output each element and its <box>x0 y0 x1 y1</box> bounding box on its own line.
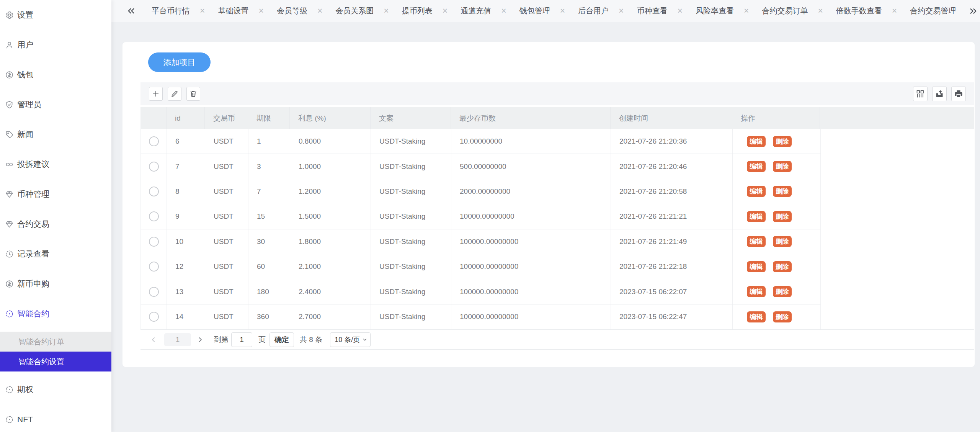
delete-button[interactable]: 删除 <box>773 211 792 222</box>
sidebar-item-users[interactable]: 用户 <box>0 30 111 60</box>
sidebar-item-news[interactable]: 新闻 <box>0 119 111 149</box>
delete-button[interactable]: 删除 <box>773 136 792 147</box>
plus-button[interactable] <box>149 87 163 101</box>
delete-button[interactable]: 删除 <box>773 261 792 272</box>
sidebar-item-options[interactable]: 期权 <box>0 375 111 404</box>
tab-member-relations[interactable]: 会员关系图× <box>335 6 389 16</box>
row-radio[interactable] <box>149 312 159 322</box>
edit-button[interactable]: 编辑 <box>747 136 766 147</box>
tab-label[interactable]: 通道充值 <box>461 6 491 16</box>
cell-period: 60 <box>248 254 290 279</box>
tab-label[interactable]: 会员等级 <box>277 6 307 16</box>
tab-coin-view[interactable]: 币种查看× <box>637 6 683 16</box>
tab-close-icon[interactable]: × <box>317 7 322 15</box>
sidebar-item-feedback[interactable]: 投拆建议 <box>0 149 111 179</box>
edit-button[interactable]: 编辑 <box>747 186 766 197</box>
tab-label[interactable]: 平台币行情 <box>152 6 190 16</box>
row-radio[interactable] <box>149 162 159 172</box>
table-row: 6USDT10.8000USDT-Staking10.000000002021-… <box>140 129 821 154</box>
tab-contract-orders[interactable]: 合约交易订单× <box>762 6 823 16</box>
expand-tabs-right-icon[interactable] <box>964 2 978 20</box>
goto-page-input[interactable] <box>231 332 252 347</box>
tab-label[interactable]: 钱包管理 <box>519 6 550 16</box>
tab-label[interactable]: 合约交易订单 <box>762 6 808 16</box>
sidebar-item-smart-contract-settings[interactable]: 智能合约设置 <box>0 352 111 371</box>
tab-label[interactable]: 基础设置 <box>218 6 248 16</box>
tab-contract-manage[interactable]: 合约交易管理 <box>910 6 956 16</box>
edit-button[interactable]: 编辑 <box>747 261 766 272</box>
tab-multiplier-lots-view[interactable]: 倍数手数查看× <box>836 6 897 16</box>
edit-button[interactable]: 编辑 <box>747 311 766 322</box>
delete-button[interactable]: 删除 <box>773 161 792 172</box>
edit-button[interactable]: 编辑 <box>747 211 766 222</box>
sidebar-item-settings[interactable]: 设置 <box>0 0 111 30</box>
edit-button[interactable]: 编辑 <box>747 236 766 247</box>
row-radio[interactable] <box>149 211 159 221</box>
sidebar-item-wallet[interactable]: 钱包 <box>0 60 111 90</box>
sidebar-item-label: 钱包 <box>17 69 33 80</box>
tab-channel-recharge[interactable]: 通道充值× <box>461 6 506 16</box>
sidebar-item-records-view[interactable]: 记录查看 <box>0 239 111 269</box>
tab-member-level[interactable]: 会员等级× <box>277 6 322 16</box>
tab-label[interactable]: 风险率查看 <box>696 6 734 16</box>
tab-close-icon[interactable]: × <box>443 7 448 15</box>
delete-button[interactable] <box>186 87 200 101</box>
sidebar-item-contract-trade[interactable]: 合约交易 <box>0 209 111 239</box>
row-radio[interactable] <box>149 136 159 146</box>
tab-wallet-manage[interactable]: 钱包管理× <box>519 6 565 16</box>
page-size-select[interactable]: 10 条/页 <box>330 332 371 347</box>
tab-close-icon[interactable]: × <box>384 7 389 15</box>
tab-close-icon[interactable]: × <box>200 7 205 15</box>
tab-label[interactable]: 倍数手数查看 <box>836 6 882 16</box>
delete-button[interactable]: 删除 <box>773 186 792 197</box>
tab-close-icon[interactable]: × <box>560 7 565 15</box>
tab-label[interactable]: 提币列表 <box>402 6 433 16</box>
confirm-button[interactable]: 确定 <box>270 332 294 347</box>
edit-button[interactable]: 编辑 <box>747 286 766 297</box>
tab-label[interactable]: 后台用户 <box>578 6 609 16</box>
edit-button[interactable] <box>168 87 181 101</box>
sidebar-item-new-coin-subscribe[interactable]: 新币申购 <box>0 269 111 299</box>
tab-risk-rate-view[interactable]: 风险率查看× <box>696 6 749 16</box>
next-page-icon[interactable] <box>196 336 204 344</box>
add-project-button[interactable]: 添加项目 <box>148 52 211 72</box>
tab-backend-users[interactable]: 后台用户× <box>578 6 624 16</box>
print-button[interactable] <box>951 87 966 101</box>
tab-label[interactable]: 币种查看 <box>637 6 668 16</box>
tab-close-icon[interactable]: × <box>258 7 263 15</box>
gem-icon <box>5 190 14 199</box>
prev-page-icon[interactable] <box>150 336 157 344</box>
cell-id: 7 <box>167 154 205 178</box>
row-radio[interactable] <box>149 287 159 297</box>
row-radio[interactable] <box>149 237 159 247</box>
tab-close-icon[interactable]: × <box>892 7 897 15</box>
edit-button[interactable]: 编辑 <box>747 161 766 172</box>
column-header-3: 期限 <box>248 107 290 129</box>
tab-close-icon[interactable]: × <box>744 7 749 15</box>
delete-button[interactable]: 删除 <box>773 236 792 247</box>
export-button[interactable] <box>932 87 947 101</box>
cell-actions: 编辑删除 <box>733 229 820 254</box>
tab-close-icon[interactable]: × <box>619 7 624 15</box>
tab-label[interactable]: 会员关系图 <box>335 6 374 16</box>
tab-platform-quotes[interactable]: 平台币行情× <box>152 6 205 16</box>
columns-button[interactable] <box>913 87 928 101</box>
history-icon <box>5 250 14 259</box>
sidebar-item-smart-contract-orders[interactable]: 智能合约订单 <box>0 332 111 352</box>
tab-close-icon[interactable]: × <box>678 7 683 15</box>
delete-button[interactable]: 删除 <box>773 286 792 297</box>
tab-label[interactable]: 合约交易管理 <box>910 6 956 16</box>
row-radio[interactable] <box>149 187 159 196</box>
tab-close-icon[interactable]: × <box>501 7 506 15</box>
tab-close-icon[interactable]: × <box>818 7 823 15</box>
tab-withdraw-list[interactable]: 提币列表× <box>402 6 448 16</box>
collapse-tabs-left-icon[interactable] <box>126 6 136 16</box>
sidebar-item-admin[interactable]: 管理员 <box>0 90 111 119</box>
sidebar-item-coin-manage[interactable]: 币种管理 <box>0 179 111 209</box>
sidebar-item-smart-contract[interactable]: 智能合约 <box>0 299 111 329</box>
delete-button[interactable]: 删除 <box>773 311 792 322</box>
sidebar-item-nft[interactable]: NFT <box>0 404 111 432</box>
tab-basic-settings[interactable]: 基础设置× <box>218 6 263 16</box>
current-page[interactable]: 1 <box>164 333 191 346</box>
row-radio[interactable] <box>149 262 159 272</box>
